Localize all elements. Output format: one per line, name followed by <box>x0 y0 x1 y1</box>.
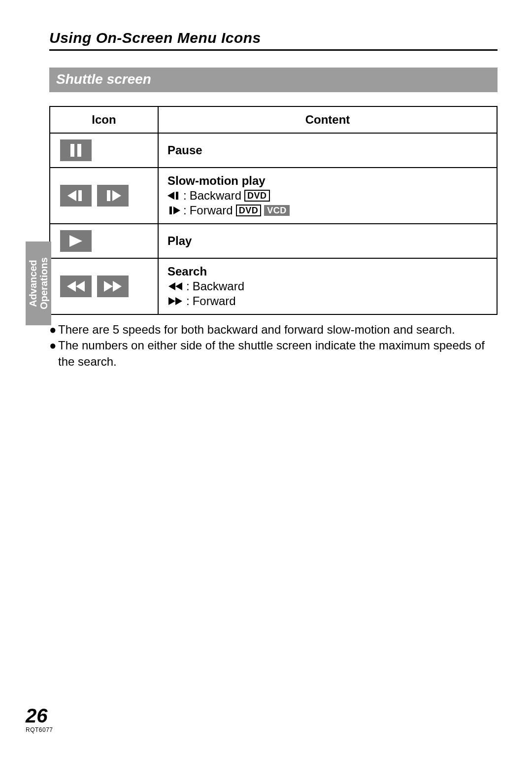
slow-forward-line: : Forward DVD VCD <box>167 204 488 217</box>
svg-rect-7 <box>176 192 178 200</box>
col-header-icon: Icon <box>50 106 158 133</box>
table-row: Slow-motion play : Backward DVD <box>50 168 497 224</box>
col-header-content: Content <box>158 106 497 133</box>
table-row: Play <box>50 224 497 258</box>
search-backward-line: : Backward <box>167 279 488 293</box>
note-1: There are 5 speeds for both backward and… <box>58 322 455 338</box>
page-footer: 26 RQT6077 <box>26 706 53 733</box>
svg-rect-3 <box>78 190 82 201</box>
search-backward-text: Backward <box>193 279 244 293</box>
vcd-badge: VCD <box>264 205 290 216</box>
svg-marker-5 <box>112 190 121 201</box>
rewind-icon <box>60 275 92 297</box>
side-tab-line2: Operations <box>38 257 49 310</box>
svg-marker-6 <box>167 192 174 200</box>
svg-rect-4 <box>107 190 110 201</box>
svg-marker-14 <box>113 281 122 292</box>
svg-marker-17 <box>168 297 175 305</box>
svg-marker-13 <box>104 281 113 292</box>
doc-code: RQT6077 <box>26 726 53 733</box>
slow-forward-icon <box>97 185 129 206</box>
svg-marker-15 <box>168 282 175 290</box>
search-forward-line: : Forward <box>167 294 488 308</box>
page-number: 26 <box>26 706 53 725</box>
slow-backward-line: : Backward DVD <box>167 189 488 203</box>
rewind-symbol-icon <box>167 282 183 290</box>
table-row: Pause <box>50 133 497 168</box>
slow-backward-symbol-icon <box>167 192 180 200</box>
search-forward-text: Forward <box>193 294 236 308</box>
row-title-pause: Pause <box>167 143 488 157</box>
svg-rect-1 <box>77 144 81 157</box>
svg-rect-8 <box>169 206 172 214</box>
row-title-search: Search <box>167 265 488 278</box>
shuttle-table: Icon Content Pause <box>49 106 498 315</box>
slow-backward-icon <box>60 185 92 206</box>
pause-icon <box>60 139 92 161</box>
table-row: Search : Backward <box>50 258 497 314</box>
fast-forward-icon <box>97 275 129 297</box>
fast-forward-symbol-icon <box>167 297 183 305</box>
svg-marker-16 <box>175 282 182 290</box>
svg-marker-2 <box>67 190 76 201</box>
side-tab: Advanced Operations <box>26 241 51 325</box>
svg-marker-9 <box>173 206 180 214</box>
row-title-play: Play <box>167 234 488 248</box>
svg-marker-10 <box>69 235 82 247</box>
dvd-badge: DVD <box>236 205 262 216</box>
section-title-bar: Shuttle screen <box>49 68 498 92</box>
play-icon <box>60 230 92 252</box>
svg-marker-12 <box>76 281 85 292</box>
svg-marker-18 <box>175 297 182 305</box>
note-2: The numbers on either side of the shuttl… <box>58 338 498 370</box>
svg-marker-11 <box>67 281 76 292</box>
notes-list: ●There are 5 speeds for both backward an… <box>49 322 498 370</box>
slow-forward-symbol-icon <box>167 206 180 214</box>
svg-rect-0 <box>70 144 74 157</box>
dvd-badge: DVD <box>244 190 270 202</box>
slow-forward-text: Forward <box>190 204 233 217</box>
slow-backward-text: Backward <box>190 189 241 203</box>
side-tab-line1: Advanced <box>28 260 38 307</box>
row-title-slow: Slow-motion play <box>167 174 488 188</box>
page-heading: Using On-Screen Menu Icons <box>49 30 498 51</box>
